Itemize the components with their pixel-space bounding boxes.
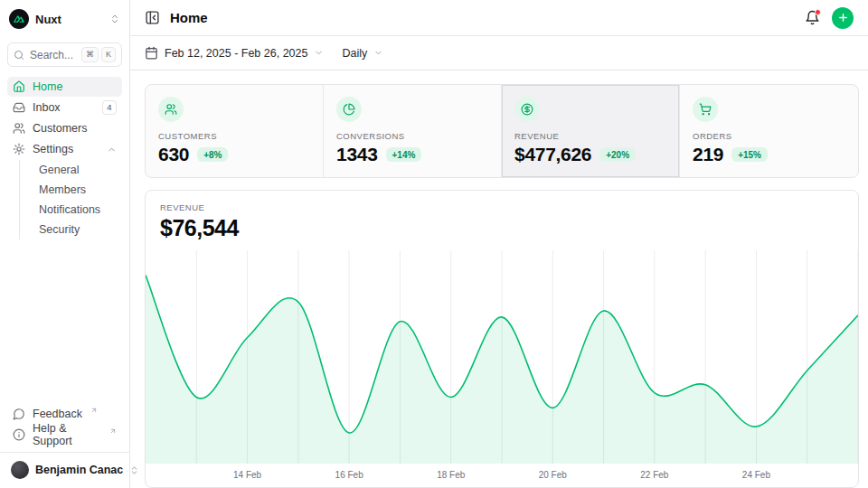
x-axis-tick-label: 16 Feb	[335, 470, 363, 480]
sidebar-item-notifications[interactable]: Notifications	[20, 200, 122, 220]
stat-label: CUSTOMERS	[158, 131, 310, 141]
sidebar-item-security[interactable]: Security	[20, 220, 122, 239]
revenue-chart-panel: REVENUE $76,544 14 Feb16 Feb18 Feb20 Feb…	[145, 190, 859, 488]
footer-link-label: Feedback	[33, 408, 82, 420]
revenue-area-chart[interactable]	[146, 250, 858, 464]
users-icon	[158, 97, 184, 122]
chevrons-up-down-icon	[109, 14, 120, 24]
kbd-cmd: ⌘	[81, 47, 99, 62]
period-select[interactable]: Daily	[342, 47, 383, 60]
info-circle-icon	[13, 428, 25, 441]
inbox-count-badge: 4	[102, 100, 117, 116]
x-axis-tick-label: 14 Feb	[233, 470, 261, 480]
filter-toolbar: Feb 12, 2025 - Feb 26, 2025 Daily	[130, 36, 868, 70]
sidebar-item-inbox[interactable]: Inbox 4	[7, 98, 122, 117]
stat-value: $477,626	[514, 144, 591, 165]
date-range-label: Feb 12, 2025 - Feb 26, 2025	[165, 47, 307, 60]
chat-bubble-icon	[13, 408, 25, 420]
home-icon	[13, 80, 25, 93]
stat-delta-badge: +15%	[731, 147, 768, 162]
help-support-link[interactable]: Help & Support	[7, 424, 122, 445]
user-name: Benjamin Canac	[35, 464, 123, 476]
search-icon	[14, 50, 24, 61]
chart-pie-icon	[336, 97, 362, 122]
chart-headline-value: $76,544	[160, 215, 844, 241]
sidebar-item-members[interactable]: Members	[20, 180, 122, 200]
stat-delta-badge: +20%	[599, 147, 636, 162]
notifications-bell-icon[interactable]	[805, 10, 820, 25]
chevron-down-icon	[314, 48, 324, 58]
panel-collapse-icon[interactable]	[145, 10, 160, 25]
stat-value: 630	[158, 144, 189, 165]
period-label: Daily	[342, 47, 367, 60]
top-header: Home	[130, 0, 868, 36]
sidebar-item-label: Customers	[33, 122, 87, 135]
sidebar-item-settings[interactable]: Settings	[7, 139, 122, 159]
sidebar-item-label: Inbox	[33, 101, 61, 114]
stat-label: ORDERS	[693, 131, 845, 141]
chart-canvas	[146, 250, 858, 464]
notification-dot	[815, 9, 821, 15]
chart-x-axis: 14 Feb16 Feb18 Feb20 Feb22 Feb24 Feb	[146, 464, 858, 487]
stat-card-customers[interactable]: CUSTOMERS 630 +8%	[146, 85, 324, 177]
circle-dollar-icon	[514, 97, 540, 122]
chart-kicker: REVENUE	[160, 202, 844, 212]
x-axis-tick-label: 18 Feb	[437, 470, 465, 480]
page-title: Home	[170, 10, 208, 25]
chevron-up-icon	[107, 145, 117, 155]
sidebar-item-customers[interactable]: Customers	[7, 118, 122, 138]
x-axis-tick-label: 24 Feb	[742, 470, 770, 480]
gear-icon	[13, 143, 25, 155]
stat-label: CONVERSIONS	[336, 131, 488, 141]
sidebar: Nuxt Search... ⌘ K Home Inbox 4	[0, 0, 130, 488]
sidebar-spacer	[7, 240, 122, 403]
plus-icon	[837, 12, 849, 23]
search-input[interactable]: Search... ⌘ K	[7, 42, 122, 67]
stats-row: CUSTOMERS 630 +8% CONVERSIONS 1343 +14%	[145, 84, 859, 178]
calendar-icon	[145, 46, 158, 60]
users-icon	[13, 122, 25, 135]
x-axis-tick-label: 20 Feb	[539, 470, 567, 480]
stat-card-revenue[interactable]: REVENUE $477,626 +20%	[502, 85, 680, 177]
stat-label: REVENUE	[514, 131, 666, 141]
settings-submenu: General Members Notifications Security	[19, 160, 122, 239]
sidebar-nav: Home Inbox 4 Customers Settings Genera	[7, 77, 122, 240]
sidebar-item-home[interactable]: Home	[7, 77, 122, 97]
search-placeholder: Search...	[30, 49, 76, 61]
stat-delta-badge: +14%	[386, 147, 422, 162]
sidebar-item-label: Home	[33, 80, 62, 93]
kbd-k: K	[101, 47, 116, 62]
inbox-icon	[13, 101, 25, 114]
stat-value: 219	[693, 144, 723, 165]
stat-card-conversions[interactable]: CONVERSIONS 1343 +14%	[324, 85, 502, 177]
workspace-name: Nuxt	[35, 13, 103, 26]
sidebar-item-label: Settings	[33, 143, 73, 155]
stat-value: 1343	[336, 144, 378, 165]
chart-header: REVENUE $76,544	[146, 191, 858, 250]
stat-card-orders[interactable]: ORDERS 219 +15%	[680, 85, 858, 177]
sidebar-item-general[interactable]: General	[20, 160, 122, 180]
topbar-actions	[805, 7, 854, 29]
x-axis-tick-label: 22 Feb	[640, 470, 668, 480]
main-area: Home Feb 12, 2025 - Feb 26, 2025 Da	[130, 0, 868, 488]
workspace-switcher[interactable]: Nuxt	[7, 7, 122, 31]
external-link-icon	[90, 407, 98, 414]
stat-delta-badge: +8%	[197, 147, 228, 162]
avatar	[11, 461, 29, 479]
date-range-picker[interactable]: Feb 12, 2025 - Feb 26, 2025	[145, 46, 324, 60]
search-shortcut: ⌘ K	[81, 47, 116, 62]
add-button[interactable]	[832, 7, 854, 29]
dashboard-content: CUSTOMERS 630 +8% CONVERSIONS 1343 +14%	[130, 70, 868, 488]
nuxt-logo-icon	[9, 9, 29, 29]
footer-link-label: Help & Support	[33, 422, 101, 447]
user-menu[interactable]: Benjamin Canac	[7, 453, 122, 481]
external-link-icon	[109, 427, 117, 435]
chevron-down-icon	[373, 48, 383, 58]
cart-icon	[693, 97, 718, 122]
